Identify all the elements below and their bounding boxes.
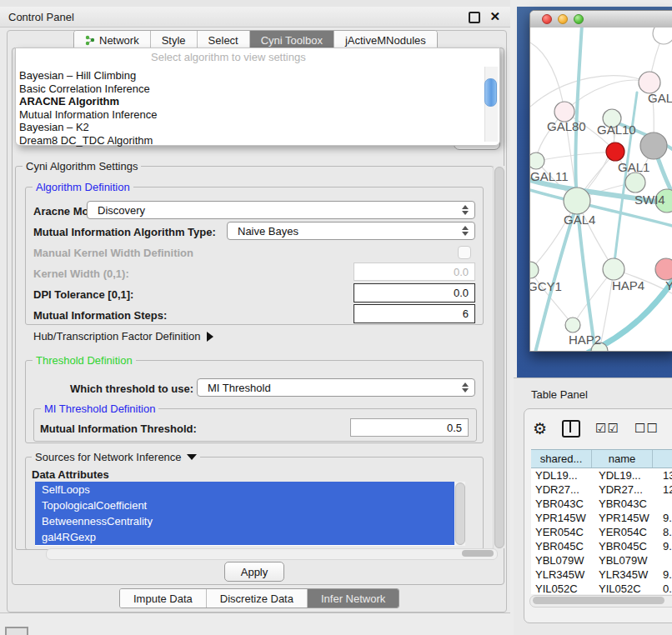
- zoom-traffic-light-icon[interactable]: [574, 14, 584, 24]
- apply-button[interactable]: Apply: [224, 562, 284, 582]
- mi-steps-label: Mutual Information Steps:: [33, 309, 167, 322]
- which-threshold-label: Which threshold to use:: [70, 382, 193, 395]
- algorithm-option[interactable]: Basic Correlation Inference: [19, 82, 483, 96]
- node-red-selected[interactable]: [606, 142, 624, 161]
- node-gal11[interactable]: [530, 152, 544, 169]
- node-hap2[interactable]: [565, 318, 580, 332]
- combo-stepper-icon: [462, 382, 469, 392]
- manual-kernel-label: Manual Kernel Width Definition: [33, 247, 193, 259]
- list-item[interactable]: BetweennessCentrality: [35, 513, 454, 529]
- node-label: GAL: [648, 91, 672, 105]
- kernel-width-field[interactable]: 0.0: [354, 262, 475, 281]
- mi-threshold-field[interactable]: 0.5: [350, 418, 469, 437]
- settings-horizontal-scrollbar[interactable]: [46, 548, 498, 560]
- hub-definition-toggle[interactable]: Hub/Transcription Factor Definition: [33, 330, 213, 342]
- cyni-bottom-tabbar: Impute Data Discretize Data Infer Networ…: [119, 588, 399, 608]
- algorithm-dropdown-placeholder: Select algorithm to view settings: [16, 48, 499, 63]
- settings-gear-icon[interactable]: ⚙: [533, 420, 547, 437]
- network-graph: GAL GAL80 GAL10 GAL11 GAL1 SWI4 GAL4 GCY…: [530, 28, 672, 351]
- algorithm-option[interactable]: Bayesian – Hill Climbing: [19, 69, 483, 82]
- table-body[interactable]: YDL19...YDL19...13 YDR27...YDR27...12 YB…: [531, 468, 672, 594]
- manual-kernel-checkbox[interactable]: [458, 246, 471, 259]
- list-item[interactable]: SelfLoops: [35, 482, 454, 498]
- data-attributes-list[interactable]: SelfLoops TopologicalCoefficient Between…: [35, 482, 465, 546]
- collapse-down-icon: [187, 454, 197, 460]
- threshold-definition-title: Threshold Definition: [33, 354, 136, 367]
- algorithm-option[interactable]: Dream8 DC_TDC Algorithm: [19, 134, 483, 148]
- table-panel-card: ⚙ ☑☑ ☐☐ shared... name YDL19...YDL19...1…: [524, 408, 672, 623]
- tab-impute-data[interactable]: Impute Data: [120, 589, 207, 608]
- table-row[interactable]: YLR345WYLR345W9.: [531, 568, 672, 582]
- list-item[interactable]: TopologicalCoefficient: [35, 498, 454, 513]
- algorithm-option[interactable]: Mutual Information Inference: [19, 108, 483, 122]
- node-unlabeled[interactable]: [653, 28, 672, 44]
- node-label: HAP2: [569, 332, 601, 347]
- screen: Control Panel ✕ Network: [0, 0, 672, 635]
- algorithm-option-selected[interactable]: ARACNE Algorithm: [19, 95, 483, 108]
- settings-vertical-scrollbar[interactable]: [493, 166, 504, 548]
- tab-jactivemnodules[interactable]: jActiveMNodules: [334, 31, 437, 49]
- cyni-algorithm-settings-title: Cyni Algorithm Settings: [23, 160, 141, 172]
- sources-group-title[interactable]: Sources for Network Inference: [32, 451, 200, 463]
- dpi-tolerance-label: DPI Tolerance [0,1]:: [33, 288, 133, 301]
- node-gcy1[interactable]: [530, 262, 539, 278]
- kernel-width-label: Kernel Width (0,1):: [33, 268, 129, 280]
- table-row[interactable]: YBL079WYBL079W: [531, 553, 672, 568]
- table-row[interactable]: YER054CYER054C8.: [531, 525, 672, 539]
- node-hap4[interactable]: [603, 258, 624, 280]
- column-header-shared-name[interactable]: shared...: [531, 450, 592, 468]
- attributes-scrollbar[interactable]: [454, 482, 465, 546]
- network-window-titlebar[interactable]: [530, 11, 672, 28]
- node-label: GAL11: [530, 169, 569, 183]
- close-icon[interactable]: ✕: [489, 9, 500, 24]
- column-header-clipped[interactable]: [653, 450, 672, 468]
- dpi-tolerance-field[interactable]: 0.0: [354, 283, 475, 302]
- node-label: GAL1: [618, 160, 649, 174]
- float-window-icon[interactable]: [469, 12, 480, 23]
- control-panel-titlebar: Control Panel ✕: [0, 7, 510, 28]
- which-threshold-combo[interactable]: MI Threshold: [197, 378, 475, 397]
- table-row[interactable]: YBR043CYBR043C: [531, 497, 672, 511]
- control-panel-window: Control Panel ✕ Network: [0, 0, 510, 613]
- algorithm-option[interactable]: Bayesian – K2: [19, 121, 483, 134]
- mi-type-combo[interactable]: Naive Bayes: [227, 222, 475, 240]
- node-table: shared... name YDL19...YDL19...13 YDR27.…: [531, 449, 672, 594]
- tab-select[interactable]: Select: [198, 31, 250, 49]
- mi-steps-field[interactable]: 6: [354, 304, 475, 323]
- columns-icon[interactable]: [562, 420, 580, 438]
- list-item[interactable]: gal4RGexp: [35, 529, 454, 545]
- minimized-panel-icon[interactable]: [5, 627, 28, 635]
- algorithm-dropdown-popup: Select algorithm to view settings Bayesi…: [15, 48, 500, 146]
- aracne-mode-combo[interactable]: Discovery: [87, 201, 475, 219]
- mi-threshold-group-title: MI Threshold Definition: [41, 402, 158, 415]
- node-gal1[interactable]: [625, 172, 645, 192]
- table-row[interactable]: YIL052CYIL052C0.: [531, 582, 672, 594]
- minimize-traffic-light-icon[interactable]: [558, 14, 568, 24]
- table-toolbar: ⚙ ☑☑ ☐☐: [533, 418, 672, 439]
- algorithm-definition-title: Algorithm Definition: [33, 181, 133, 193]
- table-row[interactable]: YDL19...YDL19...13: [531, 468, 672, 482]
- table-row[interactable]: YDR27...YDR27...12: [531, 482, 672, 497]
- tab-infer-network[interactable]: Infer Network: [308, 589, 399, 608]
- network-view-window[interactable]: GAL GAL80 GAL10 GAL11 GAL1 SWI4 GAL4 GCY…: [529, 10, 672, 352]
- node-label: Y: [665, 278, 672, 292]
- column-header-name[interactable]: name: [592, 450, 653, 468]
- select-all-icon[interactable]: ☑☑: [595, 421, 619, 436]
- table-horizontal-scrollbar[interactable]: [529, 595, 672, 608]
- node-y-salmon[interactable]: [655, 258, 672, 280]
- node-gal4[interactable]: [564, 188, 590, 214]
- tab-cyni-toolbox[interactable]: Cyni Toolbox: [250, 31, 334, 49]
- node-gray[interactable]: [640, 132, 667, 159]
- network-canvas[interactable]: GAL GAL80 GAL10 GAL11 GAL1 SWI4 GAL4 GCY…: [530, 28, 672, 351]
- deselect-all-icon[interactable]: ☐☐: [634, 421, 659, 436]
- tab-style[interactable]: Style: [151, 31, 198, 49]
- mi-threshold-label: Mutual Information Threshold:: [40, 422, 197, 435]
- close-traffic-light-icon[interactable]: [542, 14, 552, 24]
- dropdown-scrollbar-thumb[interactable]: [484, 78, 497, 107]
- table-row[interactable]: YBR045CYBR045C9.: [531, 539, 672, 553]
- node-label: GAL4: [564, 212, 595, 227]
- node-label: SWI4: [634, 192, 665, 207]
- tab-network[interactable]: Network: [74, 31, 151, 49]
- tab-discretize-data[interactable]: Discretize Data: [207, 589, 308, 608]
- table-row[interactable]: YPR145WYPR145W9.: [531, 511, 672, 525]
